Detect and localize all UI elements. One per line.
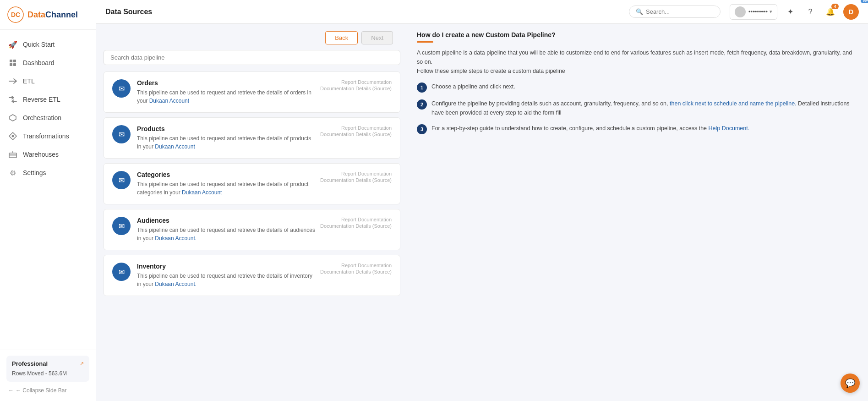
report-doc-link-orders[interactable]: Report Documentation xyxy=(341,79,392,85)
sidebar-item-transformations[interactable]: Transformations xyxy=(0,127,96,145)
notification-badge: 4 xyxy=(831,4,839,9)
pipeline-name-orders: Orders xyxy=(137,79,316,87)
professional-label: Professional xyxy=(12,360,48,367)
transformations-icon xyxy=(8,132,17,141)
next-button[interactable]: Next xyxy=(361,31,393,44)
back-button[interactable]: Back xyxy=(325,31,358,44)
products-icon: ✉ xyxy=(119,130,125,139)
pipeline-info-products: Products This pipeline can be used to re… xyxy=(137,125,316,151)
page-title: Data Sources xyxy=(105,8,152,16)
report-doc-link-audiences[interactable]: Report Documentation xyxy=(341,217,392,222)
search-icon: 🔍 xyxy=(636,8,643,15)
search-box[interactable]: 🔍 xyxy=(629,5,721,18)
pipeline-desc-categories: This pipeline can be used to request and… xyxy=(137,180,316,197)
search-pipeline-input[interactable] xyxy=(110,54,393,61)
pipeline-desc-orders: This pipeline can be used to request and… xyxy=(137,88,316,105)
orchestration-icon xyxy=(8,113,17,122)
chat-icon: 💬 xyxy=(845,378,855,388)
external-link-icon[interactable]: ↗ xyxy=(80,361,84,367)
pipeline-item-audiences[interactable]: ✉ Audiences This pipeline can be used to… xyxy=(104,209,400,250)
pipeline-item-inventory[interactable]: ✉ Inventory This pipeline can be used to… xyxy=(104,255,400,296)
sidebar-item-label: Warehouses xyxy=(23,151,59,158)
collapse-sidebar-button[interactable]: ← ← Collapse Side Bar xyxy=(6,385,89,396)
pipeline-desc-audiences: This pipeline can be used to request and… xyxy=(137,226,316,242)
pipeline-name-products: Products xyxy=(137,125,316,132)
doc-details-link-inventory[interactable]: Documentation Details (Source) xyxy=(320,269,392,275)
pipeline-info-audiences: Audiences This pipeline can be used to r… xyxy=(137,217,316,242)
pipeline-info-orders: Orders This pipeline can be used to requ… xyxy=(137,79,316,105)
rows-moved: Rows Moved - 563.6M xyxy=(12,370,67,377)
pipeline-icon-orders: ✉ xyxy=(112,79,131,98)
pipeline-name-audiences: Audiences xyxy=(137,217,316,224)
pipeline-links-products: Report Documentation Documentation Detai… xyxy=(320,125,392,137)
sidebar-item-label: Dashboard xyxy=(23,59,55,66)
doc-details-link-categories[interactable]: Documentation Details (Source) xyxy=(320,177,392,183)
svg-marker-6 xyxy=(10,115,16,121)
sidebar-nav: 🚀 Quick Start Dashboard ETL Reverse ETL xyxy=(0,30,96,350)
svg-text:DC: DC xyxy=(11,11,20,18)
pipeline-icon-categories: ✉ xyxy=(112,171,131,189)
help-document-link[interactable]: Help Document. xyxy=(709,125,750,132)
notifications-button[interactable]: 🔔 4 xyxy=(823,5,838,19)
warehouses-icon xyxy=(8,150,17,159)
step-badge-2: 2 xyxy=(417,99,427,110)
updates-badge: 99+ xyxy=(861,0,868,3)
pipeline-links-categories: Report Documentation Documentation Detai… xyxy=(320,171,392,183)
report-doc-link-inventory[interactable]: Report Documentation xyxy=(341,263,392,268)
search-pipeline-wrap[interactable] xyxy=(104,50,400,65)
sidebar-item-dashboard[interactable]: Dashboard xyxy=(0,54,96,72)
pipeline-icon-products: ✉ xyxy=(112,125,131,143)
help-panel: How do I create a new Custom Data Pipeli… xyxy=(408,24,868,401)
header-right: •••••••••• ▾ ✦ ? 🔔 4 D 99+ xyxy=(730,4,859,20)
step-badge-3: 3 xyxy=(417,124,427,134)
svg-rect-9 xyxy=(9,153,16,158)
sparkle-icon: ✦ xyxy=(787,7,793,16)
sidebar-footer: Professional ↗ Rows Moved - 563.6M ← ← C… xyxy=(0,350,96,401)
sidebar-item-etl[interactable]: ETL xyxy=(0,72,96,90)
sparkle-button[interactable]: ✦ xyxy=(783,5,797,19)
chat-button[interactable]: 💬 xyxy=(841,374,860,393)
sidebar-item-label: Quick Start xyxy=(23,41,55,48)
sidebar-item-label: Transformations xyxy=(23,132,69,140)
sidebar-item-reverse-etl[interactable]: Reverse ETL xyxy=(0,90,96,109)
sidebar-item-settings[interactable]: ⚙ Settings xyxy=(0,164,96,182)
user-avatar[interactable]: D 99+ xyxy=(843,4,859,20)
svg-point-8 xyxy=(12,135,14,137)
orders-icon: ✉ xyxy=(119,84,125,93)
help-step-1: 1 Choose a pipeline and click next. xyxy=(417,82,859,93)
sidebar-item-quick-start[interactable]: 🚀 Quick Start xyxy=(0,35,96,54)
pipeline-name-inventory: Inventory xyxy=(137,263,316,270)
svg-rect-2 xyxy=(10,60,12,62)
sidebar-item-label: ETL xyxy=(23,77,35,85)
page-body: Back Next ✉ Orders This pipeline can be … xyxy=(96,24,868,401)
report-doc-link-products[interactable]: Report Documentation xyxy=(341,125,392,131)
sidebar-item-warehouses[interactable]: Warehouses xyxy=(0,145,96,164)
doc-details-link-audiences[interactable]: Documentation Details (Source) xyxy=(320,223,392,229)
svg-rect-4 xyxy=(10,63,12,66)
pipeline-links-orders: Report Documentation Documentation Detai… xyxy=(320,79,392,91)
step-badge-1: 1 xyxy=(417,82,427,93)
doc-details-link-orders[interactable]: Documentation Details (Source) xyxy=(320,86,392,91)
user-dropdown[interactable]: •••••••••• ▾ xyxy=(730,4,777,20)
etl-icon xyxy=(8,77,17,86)
pipeline-info-categories: Categories This pipeline can be used to … xyxy=(137,171,316,197)
search-input[interactable] xyxy=(646,8,710,15)
report-doc-link-categories[interactable]: Report Documentation xyxy=(341,171,392,176)
main-content: Data Sources 🔍 •••••••••• ▾ ✦ ? 🔔 4 xyxy=(96,0,868,401)
sidebar-item-orchestration[interactable]: Orchestration xyxy=(0,109,96,127)
pipeline-item-products[interactable]: ✉ Products This pipeline can be used to … xyxy=(104,117,400,159)
categories-icon: ✉ xyxy=(119,176,125,185)
help-button[interactable]: ? xyxy=(803,5,818,19)
logo: DC DataChannel xyxy=(0,0,96,30)
settings-icon: ⚙ xyxy=(8,168,17,177)
pipeline-list: ✉ Orders This pipeline can be used to re… xyxy=(104,71,400,401)
professional-card: Professional ↗ Rows Moved - 563.6M xyxy=(6,356,89,382)
doc-details-link-products[interactable]: Documentation Details (Source) xyxy=(320,132,392,137)
user-avatar-small xyxy=(735,6,746,17)
svg-rect-5 xyxy=(13,63,16,66)
pipeline-item-categories[interactable]: ✉ Categories This pipeline can be used t… xyxy=(104,163,400,204)
pipeline-name-categories: Categories xyxy=(137,171,316,178)
chevron-down-icon: ▾ xyxy=(770,9,772,15)
pipeline-item-orders[interactable]: ✉ Orders This pipeline can be used to re… xyxy=(104,71,400,113)
help-step-3: 3 For a step-by-step guide to understand… xyxy=(417,124,859,134)
